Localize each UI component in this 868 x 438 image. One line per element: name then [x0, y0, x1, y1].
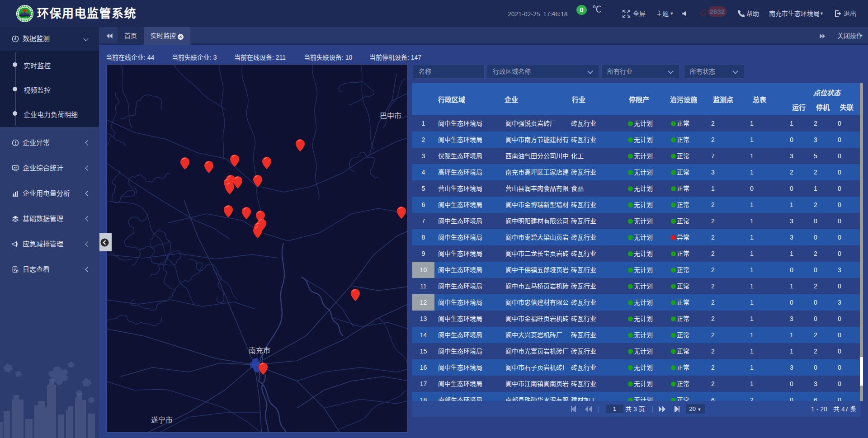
svg-text:巴中市: 巴中市	[380, 112, 401, 120]
svg-text:遂宁市: 遂宁市	[151, 416, 173, 424]
svg-text:南充市: 南充市	[249, 347, 270, 354]
